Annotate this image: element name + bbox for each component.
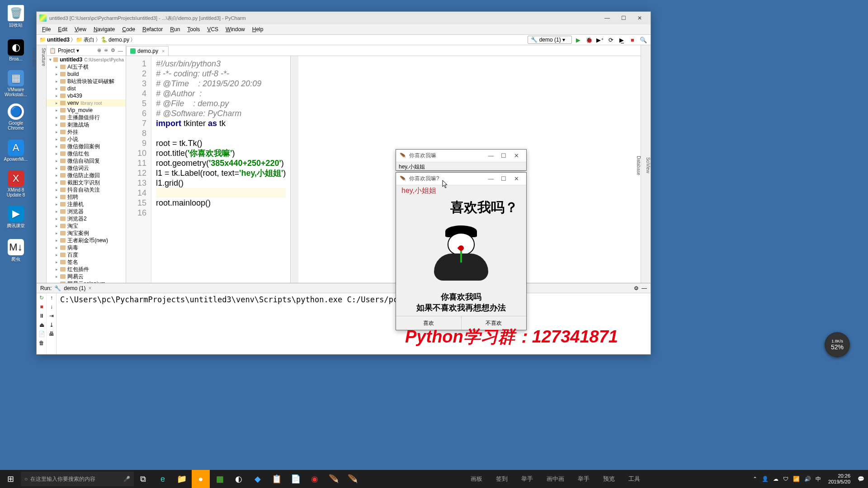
app-icon-1[interactable]: ● bbox=[192, 470, 210, 488]
taskbar-tool[interactable]: 预览 bbox=[603, 475, 615, 483]
taskbar-tool[interactable]: 工具 bbox=[628, 475, 640, 483]
project-tree[interactable]: ▾untitled3C:\Users\pc\Pycha▸AI五子棋▸build▸… bbox=[47, 56, 126, 283]
mic-icon[interactable]: 🎤 bbox=[123, 476, 130, 482]
project-header[interactable]: 📋 Project ▾ ⊕ ≑ ⚙ — bbox=[47, 45, 126, 56]
rerun-button[interactable]: ↻ bbox=[37, 293, 47, 302]
debug-button[interactable]: 🐞 bbox=[585, 36, 594, 44]
tree-item[interactable]: ▸浏览器2 bbox=[47, 215, 126, 222]
tree-item[interactable]: ▸淘宝 bbox=[47, 222, 126, 230]
code-area[interactable]: 12345678910111213141516 #!/usr/bin/pytho… bbox=[126, 56, 641, 283]
python-running-1[interactable]: 🪶 bbox=[325, 470, 343, 488]
tray-wifi-icon[interactable]: 📶 bbox=[793, 476, 800, 482]
tree-item[interactable]: ▸vb439 bbox=[47, 92, 126, 99]
obs-icon[interactable]: ◐ bbox=[230, 470, 248, 488]
tk-max[interactable]: ☐ bbox=[497, 152, 510, 159]
run-config-dropdown[interactable]: 🔧 demo (1) ▾ bbox=[528, 36, 572, 44]
taskbar-tool[interactable]: 举手 bbox=[578, 475, 590, 483]
stop-run-button[interactable]: ■ bbox=[37, 302, 47, 311]
tree-item[interactable]: ▸注册机 bbox=[47, 201, 126, 208]
desktop-icon-apower[interactable]: AApowerMi... bbox=[0, 134, 32, 167]
tk-titlebar-back[interactable]: 🪶 你喜欢我嘛 — ☐ ✕ bbox=[396, 150, 526, 162]
tree-item[interactable]: ▸王者刷金币(new) bbox=[47, 237, 126, 244]
tray-ime-icon[interactable]: 中 bbox=[816, 475, 821, 483]
hide-icon[interactable]: — bbox=[118, 48, 123, 53]
menu-window[interactable]: Window bbox=[222, 26, 249, 33]
tree-item[interactable]: ▸微信红包 bbox=[47, 150, 126, 157]
menu-tools[interactable]: Tools bbox=[184, 26, 203, 33]
app-icon-2[interactable]: ▦ bbox=[211, 470, 229, 488]
tray-up-icon[interactable]: ⌃ bbox=[753, 476, 757, 482]
menu-navigate[interactable]: Navigate bbox=[90, 26, 118, 33]
desktop-icon-vmware[interactable]: ▦VMware Workstati... bbox=[0, 67, 32, 100]
down-button[interactable]: ↓ bbox=[47, 302, 57, 311]
close-button[interactable]: ✕ bbox=[632, 13, 648, 23]
tk-close[interactable]: ✕ bbox=[510, 152, 523, 159]
app-icon-6[interactable]: ◉ bbox=[306, 470, 324, 488]
tree-item[interactable]: ▸病毒 bbox=[47, 244, 126, 251]
run-hide-icon[interactable]: — bbox=[642, 285, 647, 291]
print-button[interactable]: 🖶 bbox=[47, 329, 57, 338]
tree-item[interactable]: ▸淘宝案例 bbox=[47, 230, 126, 237]
tree-item[interactable]: ▸微信撤回案例 bbox=[47, 143, 126, 150]
softwrap-button[interactable]: ⇥ bbox=[47, 311, 57, 320]
tree-item[interactable]: ▸dist bbox=[47, 85, 126, 92]
marker-bar[interactable] bbox=[290, 56, 298, 283]
search-box[interactable]: ○ 在这里输入你要搜索的内容 🎤 bbox=[21, 472, 134, 486]
desktop-icon-crawler[interactable]: M↓爬虫 bbox=[0, 234, 32, 267]
edge-icon[interactable]: e bbox=[154, 470, 172, 488]
taskbar-tool[interactable]: 签到 bbox=[496, 475, 508, 483]
desktop-icon-tencent[interactable]: ▶腾讯课堂 bbox=[0, 201, 32, 234]
tree-item[interactable]: ▸截图文字识别 bbox=[47, 179, 126, 186]
menu-code[interactable]: Code bbox=[118, 26, 139, 33]
app-icon-5[interactable]: 📄 bbox=[287, 470, 305, 488]
close-tab-icon[interactable]: × bbox=[162, 48, 165, 54]
tree-item[interactable]: ▸小说 bbox=[47, 136, 126, 143]
tab-demo[interactable]: demo.py × bbox=[126, 46, 169, 56]
desktop-icon-broa[interactable]: ◐Broa... bbox=[0, 33, 32, 67]
tree-item[interactable]: ▸红包插件 bbox=[47, 266, 126, 273]
tree-item[interactable]: ▸外挂 bbox=[47, 128, 126, 136]
tree-item[interactable]: ▸网易云selenium bbox=[47, 280, 126, 283]
tk-close[interactable]: ✕ bbox=[510, 175, 523, 182]
tree-item[interactable]: ▸刺激战场 bbox=[47, 121, 126, 128]
scroll-button[interactable]: ⤓ bbox=[47, 320, 57, 329]
favorites-tab[interactable]: Favorites bbox=[32, 48, 37, 283]
tk-min[interactable]: — bbox=[485, 152, 497, 159]
taskbar-tool[interactable]: 画中画 bbox=[547, 475, 564, 483]
tk-titlebar-front[interactable]: 🪶 你喜欢我嘛? — ☐ ✕ bbox=[396, 173, 526, 185]
tree-item[interactable]: ▸AI五子棋 bbox=[47, 63, 126, 70]
collapse-icon[interactable]: ≑ bbox=[104, 47, 108, 53]
breadcrumb[interactable]: 📁 untitled3 〉📁 表白 〉🐍 demo.py 〉 bbox=[39, 36, 136, 44]
tree-item[interactable]: ▸签名 bbox=[47, 258, 126, 266]
database-tab[interactable]: Database bbox=[636, 156, 641, 175]
run-settings-icon[interactable]: ⚙ bbox=[634, 285, 639, 291]
run-header[interactable]: Run: 🔧 demo (1) × ⚙ — bbox=[37, 283, 651, 293]
locate-icon[interactable]: ⊕ bbox=[97, 47, 101, 53]
tree-item[interactable]: ▸微信自动回复 bbox=[47, 157, 126, 164]
trash-button[interactable]: 📄 bbox=[37, 329, 47, 338]
settings-icon[interactable]: ⚙ bbox=[111, 47, 115, 53]
menu-file[interactable]: File bbox=[38, 26, 54, 33]
coverage-button[interactable]: ▶̲ bbox=[617, 36, 626, 44]
menu-edit[interactable]: Edit bbox=[54, 26, 71, 33]
explorer-icon[interactable]: 📁 bbox=[173, 470, 191, 488]
tree-item[interactable]: ▸B站滑块验证码破解 bbox=[47, 78, 126, 85]
attach-button[interactable]: ⟳ bbox=[606, 36, 615, 44]
menu-help[interactable]: Help bbox=[249, 26, 267, 33]
tray-net-icon[interactable]: 🛡 bbox=[783, 476, 788, 482]
tree-item[interactable]: ▸主播颜值排行 bbox=[47, 114, 126, 121]
tray-vol-icon[interactable]: 🔊 bbox=[804, 476, 811, 482]
tray-clock[interactable]: 20:26 2019/5/20 bbox=[826, 473, 853, 485]
menu-refactor[interactable]: Refactor bbox=[139, 26, 166, 33]
tray-notif-icon[interactable]: 💬 bbox=[858, 476, 864, 482]
tree-item[interactable]: ▸venv library root bbox=[47, 99, 126, 107]
menu-view[interactable]: View bbox=[71, 26, 90, 33]
tree-item[interactable]: ▸浏览器 bbox=[47, 208, 126, 215]
tray-people-icon[interactable]: 👤 bbox=[762, 476, 769, 482]
pause-button[interactable]: ⏸ bbox=[37, 311, 47, 320]
tree-item[interactable]: ▸抖音自动关注 bbox=[47, 186, 126, 193]
tree-item[interactable]: ▸百度 bbox=[47, 251, 126, 258]
app-icon-4[interactable]: 📋 bbox=[268, 470, 286, 488]
tray-onedrive-icon[interactable]: ☁ bbox=[773, 476, 778, 482]
taskbar-tool[interactable]: 画板 bbox=[471, 475, 482, 483]
